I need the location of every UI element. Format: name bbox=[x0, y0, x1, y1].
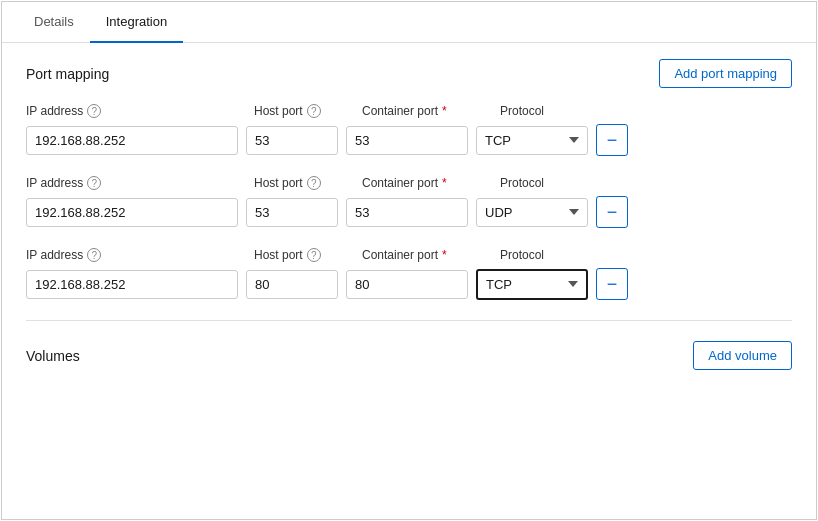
required-star-1: * bbox=[442, 104, 447, 118]
host-port-input-2[interactable] bbox=[246, 198, 338, 227]
row-3-labels: IP address ? Host port ? Container port … bbox=[26, 248, 792, 262]
ip-help-icon-3: ? bbox=[87, 248, 101, 262]
remove-row-1-button[interactable]: − bbox=[596, 124, 628, 156]
host-port-help-icon-1: ? bbox=[307, 104, 321, 118]
container-port-label-1: Container port * bbox=[362, 104, 492, 118]
minus-icon-1: − bbox=[607, 130, 618, 151]
remove-row-2-button[interactable]: − bbox=[596, 196, 628, 228]
volumes-title: Volumes bbox=[26, 348, 80, 364]
ip-address-label-1: IP address ? bbox=[26, 104, 246, 118]
add-port-mapping-button[interactable]: Add port mapping bbox=[659, 59, 792, 88]
protocol-select-2[interactable]: TCP UDP bbox=[476, 198, 588, 227]
port-mapping-title: Port mapping bbox=[26, 66, 109, 82]
volumes-header: Volumes Add volume bbox=[26, 337, 792, 370]
protocol-label-1: Protocol bbox=[500, 104, 620, 118]
host-port-input-1[interactable] bbox=[246, 126, 338, 155]
host-port-input-3[interactable] bbox=[246, 270, 338, 299]
row-2-labels: IP address ? Host port ? Container port … bbox=[26, 176, 792, 190]
ip-address-label-2: IP address ? bbox=[26, 176, 246, 190]
protocol-label-2: Protocol bbox=[500, 176, 620, 190]
row-3-inputs: TCP UDP − bbox=[26, 268, 792, 300]
row-1-inputs: TCP UDP − bbox=[26, 124, 792, 156]
main-content: Port mapping Add port mapping IP address… bbox=[2, 43, 816, 519]
host-port-label-1: Host port ? bbox=[254, 104, 354, 118]
port-mapping-row-2: IP address ? Host port ? Container port … bbox=[26, 176, 792, 228]
container-port-label-2: Container port * bbox=[362, 176, 492, 190]
ip-help-icon-1: ? bbox=[87, 104, 101, 118]
row-2-inputs: TCP UDP − bbox=[26, 196, 792, 228]
port-mapping-header: Port mapping Add port mapping bbox=[26, 59, 792, 88]
protocol-label-3: Protocol bbox=[500, 248, 620, 262]
ip-help-icon-2: ? bbox=[87, 176, 101, 190]
container-port-input-1[interactable] bbox=[346, 126, 468, 155]
minus-icon-3: − bbox=[607, 274, 618, 295]
ip-address-input-2[interactable] bbox=[26, 198, 238, 227]
port-mapping-row-1: IP address ? Host port ? Container port … bbox=[26, 104, 792, 156]
tab-details[interactable]: Details bbox=[18, 2, 90, 43]
port-mapping-row-3: IP address ? Host port ? Container port … bbox=[26, 248, 792, 300]
tab-integration[interactable]: Integration bbox=[90, 2, 183, 43]
required-star-3: * bbox=[442, 248, 447, 262]
protocol-select-1[interactable]: TCP UDP bbox=[476, 126, 588, 155]
container-port-input-2[interactable] bbox=[346, 198, 468, 227]
protocol-select-3[interactable]: TCP UDP bbox=[476, 269, 588, 300]
ip-address-label-3: IP address ? bbox=[26, 248, 246, 262]
row-1-labels: IP address ? Host port ? Container port … bbox=[26, 104, 792, 118]
minus-icon-2: − bbox=[607, 202, 618, 223]
host-port-label-3: Host port ? bbox=[254, 248, 354, 262]
container-port-label-3: Container port * bbox=[362, 248, 492, 262]
host-port-help-icon-3: ? bbox=[307, 248, 321, 262]
host-port-help-icon-2: ? bbox=[307, 176, 321, 190]
ip-address-input-1[interactable] bbox=[26, 126, 238, 155]
section-divider bbox=[26, 320, 792, 321]
remove-row-3-button[interactable]: − bbox=[596, 268, 628, 300]
container-port-input-3[interactable] bbox=[346, 270, 468, 299]
add-volume-button[interactable]: Add volume bbox=[693, 341, 792, 370]
tab-bar: Details Integration bbox=[2, 2, 816, 43]
required-star-2: * bbox=[442, 176, 447, 190]
ip-address-input-3[interactable] bbox=[26, 270, 238, 299]
host-port-label-2: Host port ? bbox=[254, 176, 354, 190]
